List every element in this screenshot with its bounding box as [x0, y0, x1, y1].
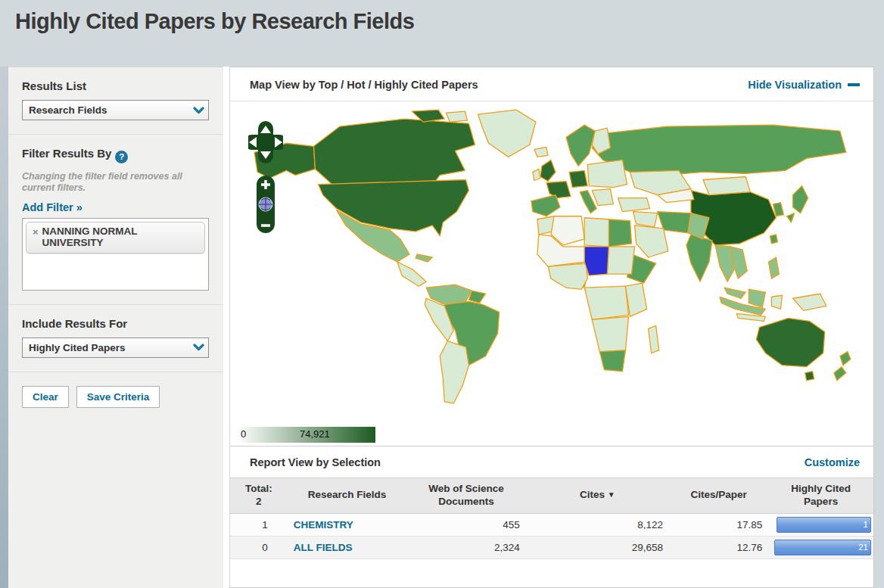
map-header: Map View by Top / Hot / Highly Cited Pap… [230, 67, 873, 101]
table-row: 1 CHEMISTRY 455 8,122 17.85 1 [230, 513, 873, 536]
table-row: 0 ALL FIELDS 2,324 29,658 12.76 21 [230, 536, 873, 558]
filter-section: Filter Results By? Changing the filter f… [8, 135, 223, 305]
include-results-label: Include Results For [22, 317, 210, 330]
row-documents: 2,324 [406, 536, 526, 558]
map-view-title: Map View by Top / Hot / Highly Cited Pap… [250, 79, 478, 91]
world-map[interactable] [241, 104, 864, 410]
results-list-section: Results List Research Fields [8, 67, 223, 135]
report-table: Total: 2 Research Fields Web of Science … [230, 478, 873, 559]
legend-max-value: 74,921 [300, 428, 330, 440]
highly-cited-bar[interactable]: 21 [774, 540, 871, 555]
column-header-total: Total: 2 [230, 478, 288, 514]
column-header-cites-per-paper[interactable]: Cites/Paper [669, 478, 768, 514]
include-results-selected-value: Highly Cited Papers [23, 342, 126, 353]
title-band: Highly Cited Papers by Research Fields [0, 0, 884, 67]
pan-control[interactable] [248, 121, 283, 163]
row-field: CHEMISTRY [288, 513, 407, 536]
highly-cited-bar[interactable]: 1 [777, 517, 871, 533]
row-field: ALL FIELDS [288, 536, 407, 558]
help-icon[interactable]: ? [115, 151, 128, 163]
filter-tag-label: NANNING NORMAL UNIVERSITY [42, 226, 200, 249]
hide-visualization-link[interactable]: Hide Visualization [748, 79, 860, 91]
content-layout: Results List Research Fields Filter Resu… [0, 67, 884, 588]
row-documents: 455 [406, 513, 526, 536]
row-cites: 29,658 [526, 536, 669, 558]
add-filter-link[interactable]: Add Filter » [22, 201, 82, 213]
column-header-cites-sorted[interactable]: Cites ▼ [526, 478, 669, 514]
chevron-down-icon [188, 344, 208, 351]
panel-gap [223, 67, 229, 588]
sort-descending-icon: ▼ [608, 490, 615, 499]
research-field-link[interactable]: ALL FIELDS [294, 542, 353, 553]
total-value: 2 [256, 496, 262, 507]
results-list-label: Results List [22, 79, 210, 92]
legend-min-value: 0 [241, 428, 246, 440]
table-header-row: Total: 2 Research Fields Web of Science … [230, 478, 873, 514]
row-cites-per-paper: 12.76 [669, 536, 768, 558]
country-chad-selected[interactable] [584, 247, 609, 275]
report-view-title: Report View by Selection [250, 456, 381, 468]
cites-label: Cites [580, 489, 605, 500]
sidebar: Results List Research Fields Filter Resu… [8, 67, 223, 588]
total-label: Total: [245, 483, 272, 494]
results-list-selected-value: Research Fields [23, 104, 107, 116]
column-header-wos-documents[interactable]: Web of Science Documents [406, 478, 526, 514]
hcp-line2: Papers [804, 496, 838, 507]
main-panel: Map View by Top / Hot / Highly Cited Pap… [229, 67, 874, 588]
sidebar-buttons: Clear Save Criteria [8, 372, 223, 422]
report-header: Report View by Selection Customize [230, 446, 873, 478]
filter-results-by-text: Filter Results By [22, 147, 111, 160]
save-criteria-button[interactable]: Save Criteria [76, 386, 160, 408]
hide-visualization-label: Hide Visualization [748, 79, 842, 91]
wos-line1: Web of Science [428, 483, 504, 494]
row-rank: 0 [230, 536, 288, 558]
filter-note: Changing the filter field removes all cu… [22, 171, 210, 194]
filter-tag-box: × NANNING NORMAL UNIVERSITY [22, 218, 209, 291]
research-field-link[interactable]: CHEMISTRY [294, 519, 353, 530]
row-highly-cited-barcell: 21 [768, 536, 873, 558]
customize-link[interactable]: Customize [805, 456, 860, 468]
clear-button[interactable]: Clear [22, 386, 69, 408]
include-results-dropdown[interactable]: Highly Cited Papers [22, 338, 209, 358]
hcp-line1: Highly Cited [791, 483, 851, 494]
minus-icon [848, 83, 860, 86]
wos-line2: Documents [438, 496, 494, 507]
row-cites-per-paper: 17.85 [669, 513, 768, 536]
results-list-dropdown[interactable]: Research Fields [22, 100, 209, 120]
map-area: 0 74,921 [230, 101, 873, 446]
map-legend: 0 74,921 [238, 427, 375, 443]
zoom-control[interactable] [257, 176, 275, 233]
row-rank: 1 [230, 513, 288, 536]
filter-tag[interactable]: × NANNING NORMAL UNIVERSITY [26, 222, 205, 254]
left-margin-strip [0, 67, 8, 588]
page-title: Highly Cited Papers by Research Fields [15, 9, 884, 34]
column-header-highly-cited-papers[interactable]: Highly Cited Papers [768, 478, 873, 514]
include-results-section: Include Results For Highly Cited Papers [8, 305, 223, 372]
remove-filter-icon[interactable]: × [33, 226, 39, 249]
column-header-research-fields[interactable]: Research Fields [288, 478, 407, 514]
row-cites: 8,122 [526, 513, 669, 536]
chevron-down-icon [188, 107, 208, 114]
filter-results-by-label: Filter Results By? [22, 147, 210, 163]
map-controls [248, 121, 283, 238]
row-highly-cited-barcell: 1 [768, 513, 873, 536]
